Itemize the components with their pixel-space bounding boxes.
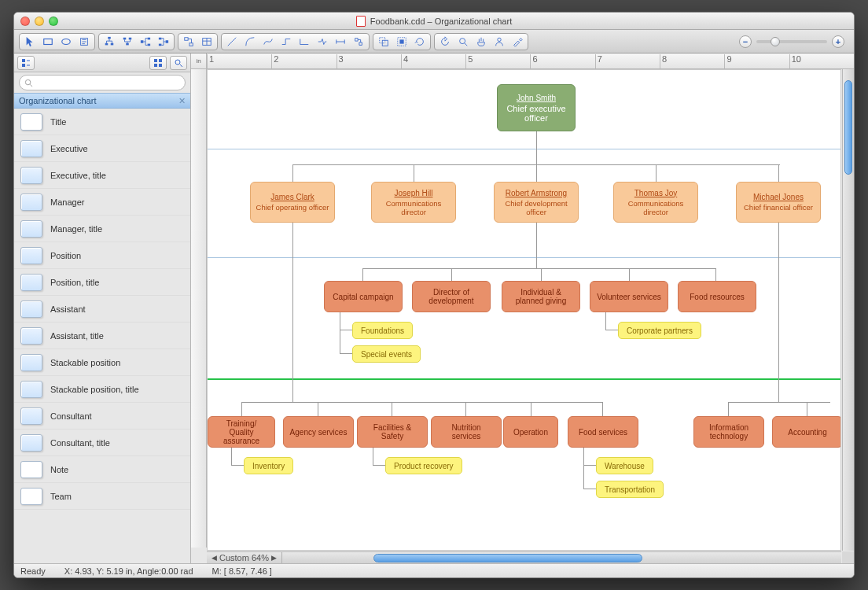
sidebar-section-header[interactable]: Organizational chart ✕ bbox=[14, 93, 190, 109]
arc-tool[interactable] bbox=[242, 35, 258, 49]
svg-rect-26 bbox=[154, 59, 157, 62]
refresh-tool[interactable] bbox=[412, 35, 428, 49]
org-node-position[interactable]: Training/ Quality assurance bbox=[208, 416, 275, 448]
zoom-in-button[interactable]: + bbox=[832, 35, 844, 48]
app-window: Foodbank.cdd – Organizational chart bbox=[13, 12, 855, 578]
smart-connector-tool[interactable] bbox=[351, 35, 366, 49]
svg-rect-6 bbox=[123, 37, 127, 39]
zoom-out-button[interactable]: − bbox=[739, 35, 752, 48]
shape-item-manager-title[interactable]: Manager, title bbox=[14, 216, 190, 242]
sidebar-search-button[interactable] bbox=[170, 56, 187, 70]
org-node-position[interactable]: Capital campaign bbox=[324, 281, 403, 312]
org-node-position[interactable]: Food resources bbox=[678, 281, 756, 312]
spline-tool[interactable] bbox=[260, 35, 276, 49]
shape-item-consultant[interactable]: Consultant bbox=[14, 403, 190, 430]
horizontal-scrollbar[interactable]: ◀ Custom 64% ▶ bbox=[207, 551, 841, 563]
shape-item-executive[interactable]: Executive bbox=[14, 135, 190, 162]
vertical-ruler[interactable] bbox=[191, 69, 207, 548]
org-node-position[interactable]: Information technology bbox=[693, 416, 764, 448]
shape-item-stackable[interactable]: Stackable position bbox=[14, 349, 190, 376]
shape-item-manager[interactable]: Manager bbox=[14, 189, 190, 216]
org-node-position[interactable]: Agency services bbox=[283, 416, 354, 448]
horizontal-ruler[interactable]: 12345678910 bbox=[207, 53, 854, 69]
org-node-assistant[interactable]: Warehouse bbox=[596, 457, 653, 474]
org-node-position[interactable]: Nutrition services bbox=[431, 416, 502, 448]
connector-tool-1[interactable] bbox=[278, 35, 294, 49]
svg-rect-0 bbox=[44, 39, 53, 44]
sidebar-view-toggle-2[interactable] bbox=[149, 56, 167, 70]
org-node-assistant[interactable]: Product recovery bbox=[385, 457, 462, 474]
rect-tool[interactable] bbox=[40, 35, 56, 49]
zoom-slider[interactable] bbox=[756, 40, 827, 43]
svg-rect-8 bbox=[126, 42, 129, 45]
tree-tool-1[interactable] bbox=[101, 35, 117, 49]
status-coords: X: 4.93, Y: 5.19 in, Angle:0.00 rad bbox=[64, 566, 193, 576]
svg-point-30 bbox=[175, 60, 180, 65]
org-node-assistant[interactable]: Inventory bbox=[244, 457, 293, 474]
org-node-position[interactable]: Facilities & Safety bbox=[357, 416, 428, 448]
line-tool[interactable] bbox=[224, 35, 240, 49]
shape-item-assistant-title[interactable]: Assistant, title bbox=[14, 323, 190, 349]
shape-search[interactable] bbox=[19, 75, 186, 90]
org-node-manager[interactable]: James ClarkChief operating officer bbox=[250, 182, 335, 223]
org-node-manager[interactable]: Joseph HillCommunications director bbox=[371, 182, 456, 223]
shape-item-note[interactable]: Note bbox=[14, 456, 190, 483]
text-tool[interactable] bbox=[76, 35, 92, 49]
ellipse-tool[interactable] bbox=[58, 35, 74, 49]
tree-tool-2[interactable] bbox=[120, 35, 135, 49]
close-section-icon[interactable]: ✕ bbox=[178, 96, 186, 106]
org-node-position[interactable]: Director of development bbox=[412, 281, 491, 312]
eyedropper-tool[interactable] bbox=[509, 35, 525, 49]
zoom-slider-group: − + bbox=[739, 35, 844, 48]
org-node-manager[interactable]: Robert ArmstrongChief development office… bbox=[494, 182, 579, 223]
connector-tool-3[interactable] bbox=[314, 35, 330, 49]
resize-corner[interactable] bbox=[842, 551, 854, 563]
titlebar[interactable]: Foodbank.cdd – Organizational chart bbox=[14, 13, 854, 30]
rotate-tool[interactable] bbox=[437, 35, 453, 49]
org-node-assistant[interactable]: Corporate partners bbox=[618, 322, 701, 339]
magnify-tool[interactable] bbox=[455, 35, 471, 49]
group-tool[interactable] bbox=[376, 35, 392, 49]
shape-item-executive-title[interactable]: Executive, title bbox=[14, 162, 190, 189]
shape-item-team[interactable]: Team bbox=[14, 483, 190, 510]
shape-item-position-title[interactable]: Position, title bbox=[14, 269, 190, 296]
shape-item-title[interactable]: Title bbox=[14, 109, 190, 135]
pointer-tool[interactable] bbox=[22, 35, 38, 49]
org-node-position[interactable]: Operation bbox=[503, 416, 558, 448]
connector-tool-2[interactable] bbox=[296, 35, 312, 49]
sidebar-view-toggle-1[interactable] bbox=[17, 56, 35, 70]
drawing-canvas[interactable]: John Smith Chief executive officer James… bbox=[208, 70, 840, 550]
table-tool[interactable] bbox=[199, 35, 215, 49]
person-tool[interactable] bbox=[491, 35, 507, 49]
zoom-indicator[interactable]: ◀ Custom 64% ▶ bbox=[207, 552, 282, 564]
ruler-unit[interactable]: in bbox=[191, 53, 207, 69]
svg-rect-9 bbox=[141, 40, 144, 43]
shape-item-consultant-title[interactable]: Consultant, title bbox=[14, 430, 190, 456]
org-node-position[interactable]: Food services bbox=[568, 416, 638, 448]
shape-item-position[interactable]: Position bbox=[14, 242, 190, 269]
shape-item-assistant[interactable]: Assistant bbox=[14, 296, 190, 323]
org-node-manager[interactable]: Thomas JoyCommunications director bbox=[613, 182, 698, 223]
auto-layout-tool[interactable] bbox=[181, 35, 197, 49]
container-tool[interactable] bbox=[394, 35, 410, 49]
org-node-manager[interactable]: Michael JonesChief financial officer bbox=[736, 182, 821, 223]
shape-list: Title Executive Executive, title Manager… bbox=[14, 109, 190, 563]
org-node-position[interactable]: Accounting bbox=[772, 416, 841, 448]
pan-tool[interactable] bbox=[473, 35, 489, 49]
org-node-assistant[interactable]: Special events bbox=[352, 345, 421, 363]
org-node-ceo[interactable]: John Smith Chief executive officer bbox=[497, 84, 576, 131]
window-title: Foodbank.cdd – Organizational chart bbox=[14, 16, 854, 27]
svg-point-23 bbox=[498, 38, 501, 41]
tree-tool-3[interactable] bbox=[138, 35, 153, 49]
org-node-assistant[interactable]: Transportation bbox=[596, 481, 664, 498]
svg-rect-27 bbox=[159, 59, 162, 62]
org-node-position[interactable]: Volunteer services bbox=[590, 281, 668, 312]
shape-item-stackable-title[interactable]: Stackable position, title bbox=[14, 376, 190, 403]
tree-tool-4[interactable] bbox=[156, 35, 171, 49]
dimension-tool[interactable] bbox=[333, 35, 348, 49]
svg-point-31 bbox=[25, 79, 30, 84]
org-node-position[interactable]: Individual & planned giving bbox=[502, 281, 580, 312]
vertical-scrollbar[interactable] bbox=[842, 69, 854, 551]
svg-rect-29 bbox=[159, 64, 162, 67]
org-node-assistant[interactable]: Foundations bbox=[352, 322, 413, 339]
